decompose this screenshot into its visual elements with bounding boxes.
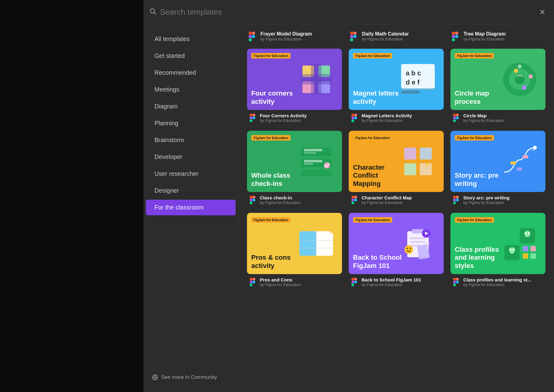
svg-point-122	[513, 249, 514, 251]
svg-point-98	[252, 281, 255, 283]
sidebar-item-developer[interactable]: Developer	[146, 149, 236, 165]
svg-rect-5	[249, 32, 252, 35]
sidebar-item-user-researcher[interactable]: User researcher	[146, 166, 236, 182]
svg-rect-80	[523, 155, 528, 158]
card-title: Back to School FigJam 101	[353, 254, 405, 270]
figma-logo-icon	[348, 32, 358, 41]
svg-rect-44	[514, 69, 518, 73]
svg-point-47	[518, 65, 522, 68]
svg-rect-97	[250, 284, 252, 286]
card-info: Story arc: pre writing by Figma for Educ…	[450, 192, 545, 206]
card-title: Class profiles and learning styles	[455, 246, 507, 270]
template-card-character-conflict[interactable]: FigJam for Education Character Conflict …	[349, 131, 444, 206]
figjam-badge: FigJam for Education	[353, 135, 392, 141]
card-title: Four corners activity	[251, 89, 304, 106]
svg-rect-82	[453, 196, 456, 198]
sidebar-item-brainstorm[interactable]: Brainstorm	[146, 132, 236, 148]
sidebar-item-for-the-classroom[interactable]: For the classroom	[146, 200, 236, 215]
sidebar-item-designer[interactable]: Designer	[146, 183, 236, 198]
figjam-badge: FigJam for Education	[455, 135, 494, 141]
svg-rect-15	[452, 32, 455, 35]
svg-rect-69	[419, 163, 432, 175]
card-info-text: Circle Map by Figma for Education	[463, 113, 504, 123]
template-card-pros-cons[interactable]: FigJam for Education Pros & cons activit…	[247, 213, 342, 288]
svg-rect-73	[351, 196, 354, 198]
svg-rect-127	[453, 278, 456, 281]
template-card-back-to-school[interactable]: FigJam for Education Back to School FigJ…	[349, 213, 444, 288]
svg-rect-74	[354, 196, 357, 198]
figma-logo-small	[350, 114, 359, 122]
svg-point-30	[252, 116, 255, 119]
svg-rect-16	[455, 32, 458, 35]
svg-rect-18	[452, 38, 455, 41]
card-info: Character Conflict Map by Figma for Educ…	[349, 192, 444, 206]
card-info-text: Back to School FigJam 101 by Figma for E…	[362, 277, 421, 287]
card-info: Circle Map by Figma for Education	[450, 110, 545, 124]
sidebar-item-diagram[interactable]: Diagram	[146, 99, 236, 114]
svg-rect-17	[452, 35, 455, 38]
svg-rect-85	[453, 202, 456, 204]
card-info-text: Class check-in by Figma for Education	[260, 195, 301, 205]
svg-rect-38	[351, 116, 354, 119]
partial-item-frayer[interactable]: Frayer Model Diagram by Figma for Educat…	[247, 29, 342, 43]
svg-point-14	[353, 35, 357, 38]
svg-rect-81	[517, 168, 522, 171]
partial-item-daily-math[interactable]: Daily Math Calendar by Figma for Educati…	[348, 29, 444, 43]
card-info-text: Four Corners Activity by Figma for Educa…	[260, 113, 307, 123]
search-icon	[150, 8, 156, 16]
svg-rect-37	[354, 114, 357, 116]
template-card-class-profiles[interactable]: FigJam for Education Class profiles and …	[450, 213, 545, 288]
partial-item-frayer-title: Frayer Model Diagram by Figma for Educat…	[260, 31, 312, 41]
card-title: Circle map process	[455, 89, 507, 106]
svg-rect-12	[350, 35, 354, 38]
card-title: Character Conflict Mapping	[353, 164, 405, 188]
card-info: Class check-in by Figma for Education	[247, 192, 342, 206]
sidebar: All templates Get started Recommended Me…	[143, 24, 238, 392]
svg-rect-112	[351, 281, 354, 283]
svg-point-131	[456, 281, 459, 283]
svg-rect-128	[456, 278, 459, 281]
sidebar-item-recommended[interactable]: Recommended	[146, 65, 236, 81]
svg-line-1	[154, 13, 156, 14]
svg-rect-49	[456, 114, 459, 116]
svg-point-108	[410, 248, 411, 249]
svg-rect-89	[316, 231, 333, 256]
svg-rect-124	[530, 246, 536, 251]
svg-rect-58	[304, 163, 313, 165]
sidebar-item-all-templates[interactable]: All templates	[146, 31, 236, 47]
template-card-magnet-letters[interactable]: FigJam for Education Magnet letters acti…	[349, 49, 444, 124]
template-card-story-arc[interactable]: FigJam for Education Story arc: pre writ…	[450, 131, 545, 206]
figjam-badge: FigJam for Education	[353, 217, 392, 223]
sidebar-item-meetings[interactable]: Meetings	[146, 82, 236, 97]
svg-point-40	[354, 116, 357, 119]
svg-rect-94	[250, 278, 252, 281]
figma-logo-icon	[247, 32, 257, 41]
svg-point-107	[407, 248, 408, 249]
template-card-class-checkin[interactable]: FigJam for Education Whole class check-i…	[247, 131, 342, 206]
close-button[interactable]: ✕	[537, 6, 548, 19]
search-bar: ✕	[143, 0, 554, 24]
svg-rect-67	[419, 148, 432, 160]
svg-rect-113	[351, 284, 354, 286]
figjam-badge: FigJam for Education	[251, 53, 290, 58]
svg-rect-101	[410, 237, 426, 239]
svg-rect-88	[299, 231, 316, 256]
sidebar-item-planning[interactable]: Planning	[146, 115, 236, 131]
template-card-four-corners[interactable]: FigJam for Education Four corners activi…	[247, 49, 342, 124]
card-info: Pros and Cons by Figma for Education	[247, 274, 342, 288]
sidebar-item-get-started[interactable]: Get started	[146, 48, 236, 64]
svg-rect-29	[250, 119, 252, 122]
see-more-community-button[interactable]: See more in Community	[143, 369, 238, 386]
figma-logo-small	[452, 114, 460, 122]
svg-rect-26	[250, 114, 252, 116]
search-input[interactable]	[160, 7, 537, 17]
svg-text:d e f: d e f	[406, 78, 420, 86]
svg-rect-83	[456, 196, 459, 198]
template-card-circle-map[interactable]: FigJam for Education Circle map process	[450, 49, 545, 124]
figma-logo-small	[452, 278, 460, 286]
figma-logo-small	[350, 278, 359, 286]
svg-rect-11	[353, 32, 357, 35]
svg-point-121	[510, 249, 511, 251]
svg-rect-63	[250, 198, 252, 201]
partial-item-tree-map[interactable]: Tree Map Diagram by Figma for Education	[450, 29, 545, 43]
